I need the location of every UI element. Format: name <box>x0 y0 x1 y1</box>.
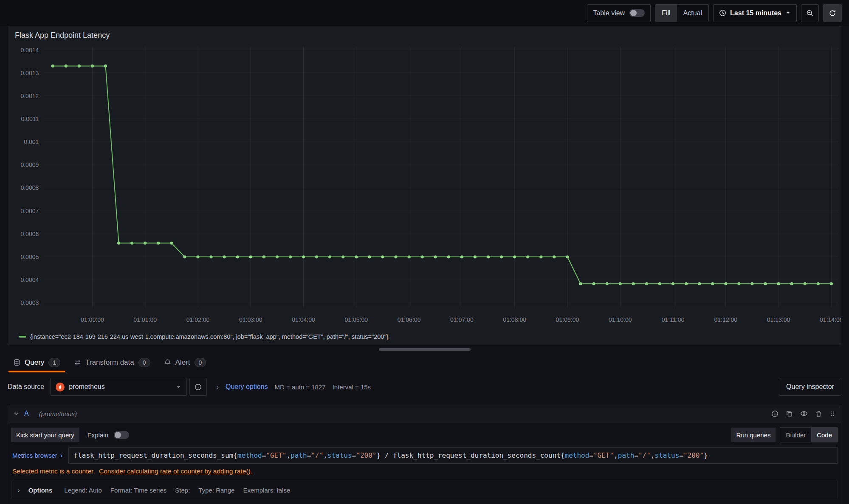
tab-alert-count: 0 <box>195 358 206 367</box>
query-inspector-button[interactable]: Query inspector <box>779 378 841 396</box>
query-options-summary-row[interactable]: › Options Legend: Auto Format: Time seri… <box>11 481 838 499</box>
options-step: Step: <box>175 487 190 494</box>
svg-text:0.0005: 0.0005 <box>20 253 39 260</box>
chevron-down-icon <box>176 384 181 390</box>
svg-text:01:05:00: 01:05:00 <box>344 316 368 323</box>
refresh-icon <box>829 9 836 17</box>
svg-text:0.0012: 0.0012 <box>20 93 39 99</box>
fill-actual-switch: Fill Actual <box>655 4 709 22</box>
duplicate-query-button[interactable] <box>786 410 793 417</box>
options-exemplars: Exemplars: false <box>243 487 290 494</box>
info-circle-icon <box>771 410 778 417</box>
options-type: Type: Range <box>198 487 234 494</box>
svg-text:01:06:00: 01:06:00 <box>398 316 421 323</box>
remove-query-button[interactable] <box>815 410 822 417</box>
hide-query-button[interactable] <box>800 410 808 417</box>
query-body: Kick start your query Explain Run querie… <box>8 422 841 504</box>
svg-text:0.0011: 0.0011 <box>21 115 39 122</box>
tab-transform-label: Transform data <box>85 358 134 367</box>
time-range-picker[interactable]: Last 15 minutes <box>713 4 797 22</box>
datasource-select[interactable]: prometheus <box>50 378 187 396</box>
code-mode-button[interactable]: Code <box>811 428 838 442</box>
latency-panel: Flask App Endpoint Latency 0.00030.00040… <box>8 26 841 345</box>
bell-icon <box>164 359 171 366</box>
svg-text:01:01:00: 01:01:00 <box>133 316 157 323</box>
chevron-right-icon: › <box>60 452 63 459</box>
chevron-down-icon <box>785 10 791 16</box>
trash-icon <box>815 410 822 417</box>
tab-alert[interactable]: Alert 0 <box>158 352 212 372</box>
explain-toggle[interactable] <box>114 431 129 439</box>
zoom-out-icon <box>806 9 814 17</box>
builder-mode-button[interactable]: Builder <box>780 428 811 442</box>
svg-text:0.0009: 0.0009 <box>20 161 39 168</box>
svg-text:01:02:00: 01:02:00 <box>186 316 210 323</box>
table-view-group: Table view <box>587 4 651 22</box>
grip-dots-icon <box>829 411 836 417</box>
explain-label: Explain <box>87 431 108 439</box>
prometheus-logo-icon <box>56 383 65 391</box>
svg-text:01:07:00: 01:07:00 <box>450 316 474 323</box>
query-datasource-hint: (prometheus) <box>39 410 77 417</box>
datasource-row: Data source prometheus › Query options M… <box>0 375 849 399</box>
svg-text:0.0004: 0.0004 <box>20 276 39 283</box>
svg-text:01:00:00: 01:00:00 <box>81 316 104 323</box>
svg-text:01:09:00: 01:09:00 <box>556 316 579 323</box>
metrics-browser-toggle[interactable]: Metrics browser › <box>11 447 68 464</box>
refresh-button[interactable] <box>823 4 842 22</box>
options-legend: Legend: Auto <box>64 487 102 494</box>
clock-icon <box>719 9 726 17</box>
table-view-toggle[interactable] <box>629 9 645 17</box>
panel-header: Flask App Endpoint Latency <box>8 26 841 41</box>
actual-button[interactable]: Actual <box>677 5 708 22</box>
query-options-toggle[interactable]: › Query options MD = auto = 1827 Interva… <box>216 383 371 391</box>
svg-text:01:10:00: 01:10:00 <box>609 316 632 323</box>
database-icon <box>13 359 20 366</box>
builder-code-switch: Builder Code <box>780 427 838 442</box>
interval-text: Interval = 15s <box>333 383 371 391</box>
zoom-out-button[interactable] <box>801 4 819 22</box>
datasource-label: Data source <box>8 383 44 391</box>
add-rate-link[interactable]: Consider calculating rate of counter by … <box>99 467 252 475</box>
svg-text:0.0013: 0.0013 <box>20 70 39 76</box>
query-help-button[interactable] <box>771 410 778 417</box>
drag-query-handle[interactable] <box>829 411 836 417</box>
query-toolbar-right: Run queries Builder Code <box>731 427 838 442</box>
tab-transform-count: 0 <box>138 358 150 367</box>
query-options-label: Query options <box>226 383 268 391</box>
svg-text:0.0007: 0.0007 <box>20 208 39 214</box>
svg-text:0.001: 0.001 <box>24 138 39 145</box>
transform-icon <box>74 359 81 366</box>
svg-text:01:13:00: 01:13:00 <box>767 316 790 323</box>
top-toolbar: Table view Fill Actual Last 15 minutes <box>0 0 849 26</box>
svg-text:0.0008: 0.0008 <box>20 185 39 191</box>
legend-series-swatch <box>19 336 26 338</box>
run-queries-button[interactable]: Run queries <box>731 428 776 442</box>
datasource-value: prometheus <box>69 383 172 391</box>
datasource-help-button[interactable] <box>189 378 207 396</box>
svg-text:0.0003: 0.0003 <box>20 299 39 306</box>
promql-code-input[interactable]: flask_http_request_duration_seconds_sum{… <box>68 447 838 464</box>
tab-query[interactable]: Query 1 <box>8 352 66 372</box>
kick-start-query-button[interactable]: Kick start your query <box>11 428 79 442</box>
legend-item[interactable]: {instance="ec2-184-169-216-224.us-west-1… <box>8 333 841 345</box>
chevron-right-icon: › <box>216 383 219 391</box>
panel-title: Flask App Endpoint Latency <box>15 31 110 39</box>
tab-alert-label: Alert <box>175 358 190 367</box>
query-header: A (prometheus) <box>8 405 841 422</box>
svg-text:01:12:00: 01:12:00 <box>714 316 737 323</box>
editor-tabs: Query 1 Transform data 0 Alert 0 <box>0 352 849 372</box>
collapse-query-button[interactable] <box>13 411 19 417</box>
svg-text:01:14:00: 01:14:00 <box>820 316 841 323</box>
svg-text:01:03:00: 01:03:00 <box>239 316 262 323</box>
panel-resize-handle[interactable] <box>379 348 471 351</box>
tab-query-label: Query <box>25 358 44 367</box>
svg-text:01:08:00: 01:08:00 <box>503 316 526 323</box>
copy-icon <box>786 410 793 417</box>
fill-button[interactable]: Fill <box>655 5 677 22</box>
svg-text:0.0006: 0.0006 <box>20 231 39 237</box>
tab-transform-data[interactable]: Transform data 0 <box>68 352 155 372</box>
chevron-right-icon: › <box>17 487 20 494</box>
svg-text:01:04:00: 01:04:00 <box>292 316 315 323</box>
latency-chart[interactable]: 0.00030.00040.00050.00060.00070.00080.00… <box>8 41 841 333</box>
